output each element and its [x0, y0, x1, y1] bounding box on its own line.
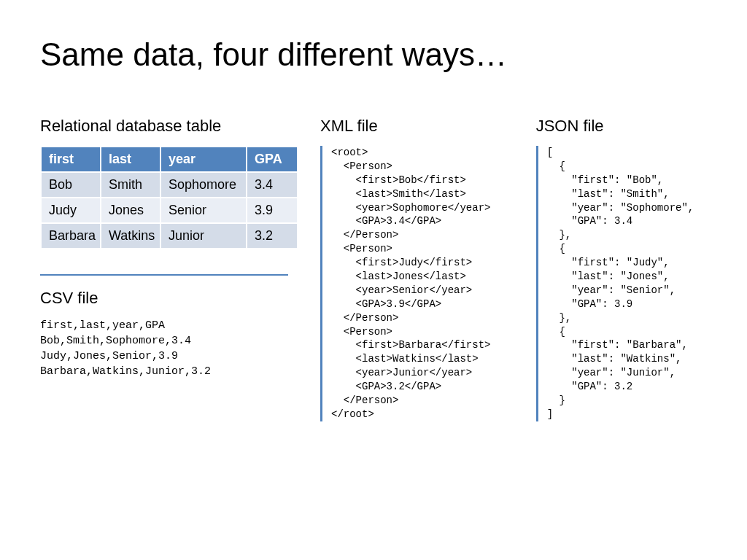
section-title-json: JSON file: [536, 117, 707, 136]
json-box: [ { "first": "Bob", "last": "Smith", "ye…: [536, 146, 707, 421]
col-header: GPA: [247, 147, 298, 172]
section-title-table: Relational database table: [40, 117, 298, 136]
divider: [40, 274, 288, 276]
cell: Sophomore: [160, 172, 247, 198]
cell: 3.9: [247, 198, 298, 223]
col-header: first: [41, 147, 101, 172]
col-header: last: [101, 147, 160, 172]
cell: Watkins: [101, 223, 160, 249]
cell: 3.2: [247, 223, 298, 249]
slide-title: Same data, four different ways…: [40, 36, 707, 73]
table-row: Judy Jones Senior 3.9: [41, 198, 298, 223]
cell: Barbara: [41, 223, 101, 249]
xml-content: <root> <Person> <first>Bob</first> <last…: [331, 146, 514, 421]
csv-content: first,last,year,GPA Bob,Smith,Sophomore,…: [40, 318, 298, 379]
section-title-csv: CSV file: [40, 289, 298, 308]
cell: Bob: [41, 172, 101, 198]
col-header: year: [160, 147, 247, 172]
table-row: Bob Smith Sophomore 3.4: [41, 172, 298, 198]
xml-box: <root> <Person> <first>Bob</first> <last…: [320, 146, 514, 421]
cell: 3.4: [247, 172, 298, 198]
cell: Judy: [41, 198, 101, 223]
table-row: Barbara Watkins Junior 3.2: [41, 223, 298, 249]
json-content: [ { "first": "Bob", "last": "Smith", "ye…: [547, 146, 707, 421]
cell: Jones: [101, 198, 160, 223]
cell: Smith: [101, 172, 160, 198]
section-title-xml: XML file: [320, 117, 514, 136]
cell: Junior: [160, 223, 247, 249]
data-table: first last year GPA Bob Smith Sophomore …: [40, 146, 298, 249]
cell: Senior: [160, 198, 247, 223]
